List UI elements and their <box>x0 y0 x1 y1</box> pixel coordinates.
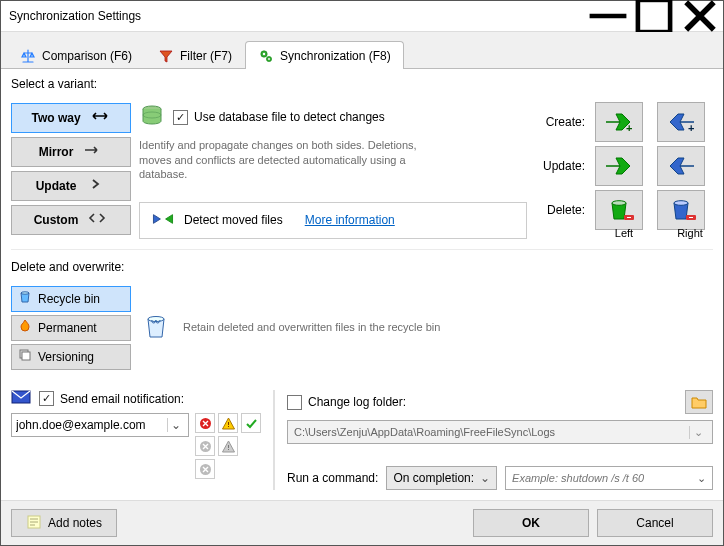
arrow-left-icon <box>664 152 698 180</box>
svg-rect-0 <box>638 0 670 32</box>
checkbox-checked-icon: ✓ <box>39 391 54 406</box>
maximize-button[interactable] <box>631 1 677 31</box>
tab-label: Filter (F7) <box>180 49 232 63</box>
variant-label: Mirror <box>39 145 74 159</box>
notify-warning-button[interactable] <box>218 413 238 433</box>
create-left-button[interactable]: + <box>657 102 705 142</box>
update-left-button[interactable] <box>657 146 705 186</box>
log-path-input[interactable]: C:\Users\Zenju\AppData\Roaming\FreeFileS… <box>287 420 713 444</box>
svg-point-9 <box>612 200 626 205</box>
minimize-button[interactable] <box>585 1 631 31</box>
notify-error-off[interactable] <box>195 436 215 456</box>
arrow-right-icon <box>602 152 636 180</box>
create-label: Create: <box>535 115 589 129</box>
delete-mode-label: Permanent <box>38 321 97 335</box>
delete-mode-permanent[interactable]: Permanent <box>11 315 131 341</box>
cancel-button[interactable]: Cancel <box>597 509 713 537</box>
checkbox-checked-icon: ✓ <box>173 110 188 125</box>
window-controls <box>585 1 723 31</box>
variant-custom[interactable]: Custom <box>11 205 131 235</box>
close-button[interactable] <box>677 1 723 31</box>
svg-point-4 <box>268 58 270 60</box>
tab-comparison[interactable]: Comparison (F6) <box>7 41 145 69</box>
chevron-right-icon <box>84 178 106 193</box>
tabs: Comparison (F6) Filter (F7) Synchronizat… <box>1 32 723 69</box>
bottom-pane: ✓ Send email notification: john.doe@exam… <box>11 390 713 490</box>
change-log-label: Change log folder: <box>308 395 406 409</box>
chevron-down-icon: ⌄ <box>697 472 706 485</box>
svg-rect-22 <box>228 426 229 427</box>
note-icon <box>26 514 42 533</box>
titlebar: Synchronization Settings <box>1 1 723 32</box>
add-notes-button[interactable]: Add notes <box>11 509 117 537</box>
delete-left-button[interactable] <box>657 190 705 230</box>
chevron-down-icon: ⌄ <box>689 426 706 439</box>
email-pane: ✓ Send email notification: john.doe@exam… <box>11 390 261 490</box>
change-log-folder-checkbox[interactable]: Change log folder: <box>287 395 406 410</box>
command-timing-value: On completion: <box>393 471 474 485</box>
error-grey-icon <box>199 463 212 476</box>
recycle-left-minus-icon <box>664 196 698 224</box>
notify-warning-off[interactable] <box>218 436 238 456</box>
detect-moved-panel: Detect moved files More information <box>139 202 527 239</box>
detect-arrows-icon <box>150 211 176 230</box>
add-notes-label: Add notes <box>48 516 102 530</box>
scales-icon <box>20 48 36 64</box>
warning-icon <box>222 417 235 430</box>
check-icon <box>245 417 258 430</box>
delete-section-label: Delete and overwrite: <box>11 260 713 274</box>
variant-mirror[interactable]: Mirror <box>11 137 131 167</box>
notify-error-button[interactable] <box>195 413 215 433</box>
variant-row: Two way Mirror Update <box>11 103 713 239</box>
update-right-button[interactable] <box>595 146 643 186</box>
use-db-checkbox[interactable]: ✓ Use database file to detect changes <box>173 110 385 125</box>
create-right-button[interactable]: + <box>595 102 643 142</box>
svg-rect-17 <box>22 352 30 360</box>
chevron-down-icon: ⌄ <box>167 418 184 432</box>
tab-synchronization[interactable]: Synchronization (F8) <box>245 41 404 69</box>
flame-icon <box>18 319 32 336</box>
variant-update[interactable]: Update <box>11 171 131 201</box>
svg-point-2 <box>263 53 265 55</box>
send-email-checkbox[interactable]: ✓ Send email notification: <box>39 391 184 406</box>
chevron-down-icon: ⌄ <box>480 471 490 485</box>
ok-label: OK <box>522 516 540 530</box>
left-column-label: Left <box>601 227 647 239</box>
notify-error-off2[interactable] <box>195 459 215 479</box>
variant-description-text: Identify and propagate changes on both s… <box>139 138 439 183</box>
delete-label: Delete: <box>535 203 589 217</box>
tab-filter[interactable]: Filter (F7) <box>145 41 245 69</box>
notify-level-grid <box>195 413 261 479</box>
svg-rect-14 <box>689 217 693 218</box>
send-email-label: Send email notification: <box>60 392 184 406</box>
variant-description: ✓ Use database file to detect changes Id… <box>139 103 527 239</box>
delete-mode-recycle[interactable]: Recycle bin <box>11 286 131 312</box>
window-title: Synchronization Settings <box>9 9 585 23</box>
run-command-label: Run a command: <box>287 471 378 485</box>
command-timing-combo[interactable]: On completion: ⌄ <box>386 466 497 490</box>
delete-mode-label: Versioning <box>38 350 94 364</box>
log-command-pane: Change log folder: C:\Users\Zenju\AppDat… <box>273 390 713 490</box>
recycle-bin-icon <box>141 311 171 344</box>
sync-direction-panel: Create: + + Update: Delete: <box>535 103 713 239</box>
browse-folder-button[interactable] <box>685 390 713 414</box>
update-label: Update: <box>535 159 589 173</box>
variant-two-way[interactable]: Two way <box>11 103 131 133</box>
notify-success-button[interactable] <box>241 413 261 433</box>
more-information-link[interactable]: More information <box>305 213 395 227</box>
stack-icon <box>18 348 32 365</box>
delete-mode-versioning[interactable]: Versioning <box>11 344 131 370</box>
command-input[interactable]: Example: shutdown /s /t 60 ⌄ <box>505 466 713 490</box>
email-address-combo[interactable]: john.doe@example.com ⌄ <box>11 413 189 437</box>
delete-mode-list: Recycle bin Permanent Versioning <box>11 286 131 370</box>
delete-right-button[interactable] <box>595 190 643 230</box>
error-icon <box>199 417 212 430</box>
email-address-value: john.doe@example.com <box>16 418 163 432</box>
footer: Add notes OK Cancel <box>1 500 723 545</box>
svg-text:+: + <box>626 122 632 134</box>
ok-button[interactable]: OK <box>473 509 589 537</box>
funnel-icon <box>158 48 174 64</box>
folder-icon <box>691 395 707 409</box>
svg-point-15 <box>21 292 29 294</box>
svg-rect-24 <box>228 445 229 448</box>
